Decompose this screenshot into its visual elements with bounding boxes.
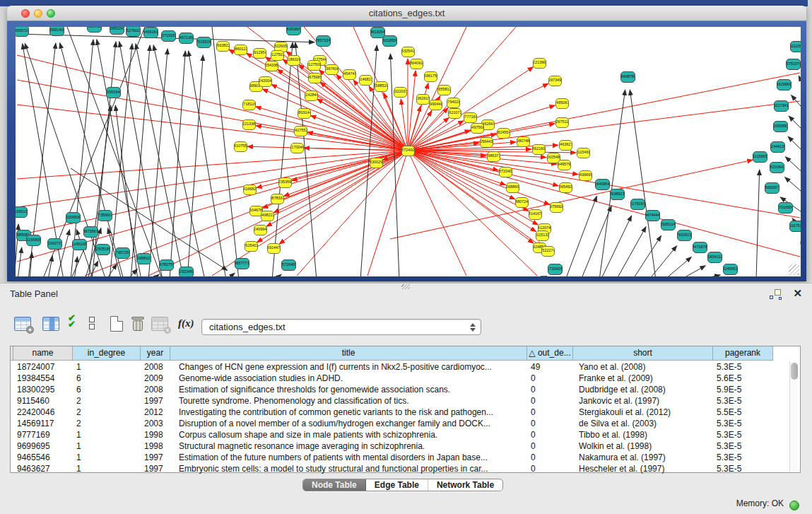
- graph-node[interactable]: 3427552: [294, 126, 307, 136]
- table-row[interactable]: 911546021997Tourette syndrome. Phenomeno…: [11, 395, 788, 407]
- graph-node[interactable]: 6497568: [471, 123, 484, 134]
- table-column-icon[interactable]: [42, 317, 59, 331]
- graph-node[interactable]: 19495794: [558, 160, 571, 170]
- graph-node[interactable]: 6466160: [143, 27, 158, 38]
- graph-node[interactable]: 17957255: [115, 247, 130, 259]
- graph-node[interactable]: 1640954: [595, 179, 610, 190]
- graph-node[interactable]: 8186328: [287, 55, 300, 66]
- graph-node[interactable]: 9127503: [271, 50, 284, 61]
- table-row[interactable]: 946554611997Estimation of the future num…: [11, 452, 788, 463]
- graph-node[interactable]: 9474444: [645, 210, 660, 221]
- graph-node[interactable]: 1733426: [548, 264, 563, 275]
- column-header-pagerank[interactable]: pagerank: [713, 346, 773, 361]
- graph-node[interactable]: 1362615: [416, 94, 430, 105]
- graph-node[interactable]: 2089719: [87, 27, 102, 33]
- graph-node[interactable]: 8878332: [271, 194, 284, 204]
- graph-node[interactable]: 10654112: [707, 252, 722, 263]
- graph-node[interactable]: 9115460: [577, 148, 590, 158]
- graph-node[interactable]: 2718126: [242, 100, 256, 110]
- graph-node[interactable]: 19756928: [550, 202, 563, 213]
- scrollbar-thumb[interactable]: [791, 363, 798, 380]
- graph-node[interactable]: 862160: [532, 144, 546, 155]
- graph-node[interactable]: 9227341: [774, 100, 789, 112]
- tab-node-table[interactable]: Node Table: [303, 479, 366, 491]
- graph-node[interactable]: 18300295: [370, 158, 383, 168]
- graph-node[interactable]: 8912954: [253, 48, 266, 59]
- graph-node[interactable]: 12923488: [179, 267, 194, 276]
- graph-node[interactable]: 16782759: [159, 259, 174, 271]
- graph-node[interactable]: 16543382: [265, 61, 278, 71]
- column-header-in_degree[interactable]: in_degree: [73, 346, 141, 361]
- new-document-icon[interactable]: [110, 316, 123, 332]
- graph-node[interactable]: 18724007: [401, 146, 415, 156]
- graph-node[interactable]: 6794028: [447, 98, 460, 108]
- graph-node[interactable]: 8471676: [693, 242, 707, 253]
- graph-node[interactable]: 19218506: [382, 35, 397, 47]
- rows-icon[interactable]: [89, 317, 95, 331]
- graph-node[interactable]: 18720407: [499, 167, 512, 177]
- graph-node[interactable]: 20206536: [66, 212, 81, 223]
- graph-node[interactable]: 7986372: [487, 151, 500, 162]
- graph-node[interactable]: 12093582: [773, 121, 788, 132]
- graph-node[interactable]: 6179197: [630, 199, 645, 210]
- graph-node[interactable]: 9975887: [83, 226, 98, 238]
- graph-node[interactable]: 1621072: [448, 108, 461, 119]
- graph-node[interactable]: 12975115: [555, 117, 569, 128]
- graph-node[interactable]: 9777169: [464, 112, 477, 123]
- graph-node[interactable]: 9857771: [235, 258, 249, 269]
- graph-node[interactable]: 8990448: [429, 100, 442, 110]
- trash-icon[interactable]: [131, 316, 144, 332]
- graph-node[interactable]: 5824554: [497, 128, 510, 139]
- graph-node[interactable]: 20564436: [480, 137, 493, 148]
- column-header-out_de[interactable]: △ out_de...: [527, 346, 573, 361]
- graph-node[interactable]: 16648784: [620, 71, 635, 83]
- graph-node[interactable]: 8322037: [394, 87, 407, 98]
- table-row[interactable]: 1830029562008Estimation of significance …: [11, 384, 788, 395]
- graph-node[interactable]: 9860123: [234, 45, 247, 55]
- graph-node[interactable]: 12042737: [47, 238, 62, 250]
- graph-node[interactable]: 16053809: [286, 27, 301, 35]
- table-row[interactable]: 1938455462009Genome-wide association stu…: [11, 373, 788, 384]
- graph-node[interactable]: 7515526: [196, 37, 211, 48]
- column-header-year[interactable]: year: [141, 346, 170, 361]
- column-header-name[interactable]: name: [13, 346, 73, 361]
- resize-grip-icon[interactable]: [789, 264, 799, 275]
- graph-node[interactable]: 20691406: [49, 27, 64, 36]
- graph-node[interactable]: 7522274: [541, 246, 555, 257]
- graph-node[interactable]: 1145106: [72, 239, 87, 250]
- float-panel-icon[interactable]: [770, 289, 781, 299]
- graph-node[interactable]: 9245652: [723, 264, 738, 275]
- splitter-grip[interactable]: [401, 284, 410, 289]
- column-header-short[interactable]: short: [573, 346, 713, 361]
- table-row[interactable]: 977716911998Corpus callosum shape and si…: [11, 429, 788, 440]
- graph-node[interactable]: 15276023: [126, 27, 141, 37]
- graph-node[interactable]: 1167533: [789, 221, 801, 232]
- graph-node[interactable]: 9242844: [305, 90, 318, 101]
- graph-node[interactable]: 814167: [529, 209, 542, 220]
- network-canvas[interactable]: 1405572420691406208971910653247152760236…: [16, 27, 801, 276]
- graph-node[interactable]: 2803144: [298, 108, 311, 119]
- table-row[interactable]: 1456911722003Disruption of a novel membe…: [11, 418, 788, 429]
- graph-node[interactable]: 7955812: [437, 85, 451, 95]
- graph-node[interactable]: 8454749: [343, 69, 356, 80]
- graph-node[interactable]: 19166827: [243, 185, 257, 195]
- graph-node[interactable]: 7625402: [245, 241, 258, 252]
- graph-node[interactable]: 20053346: [106, 87, 121, 98]
- graph-node[interactable]: 22420046: [259, 76, 272, 87]
- close-panel-icon[interactable]: ✕: [793, 287, 802, 300]
- select-rows-icon[interactable]: ✔✔: [68, 315, 73, 327]
- graph-node[interactable]: 12444139: [770, 141, 785, 153]
- table-settings-icon[interactable]: [14, 317, 31, 331]
- graph-node[interactable]: 4170046: [290, 143, 304, 153]
- graph-node[interactable]: 10719155: [161, 30, 176, 42]
- graph-node[interactable]: 10653247: [110, 27, 124, 35]
- graph-node[interactable]: 12409948: [254, 225, 267, 235]
- graph-node[interactable]: 7663822: [216, 41, 230, 52]
- graph-node[interactable]: 8215955: [753, 151, 767, 163]
- graph-node[interactable]: 10973493: [548, 76, 562, 86]
- graph-node[interactable]: 15716485: [281, 259, 296, 271]
- window-titlebar[interactable]: citations_edges.txt: [7, 6, 806, 21]
- graph-node[interactable]: 10807487: [517, 136, 530, 147]
- graph-node[interactable]: 18807249: [515, 197, 529, 208]
- graph-node[interactable]: 16961758: [424, 71, 437, 82]
